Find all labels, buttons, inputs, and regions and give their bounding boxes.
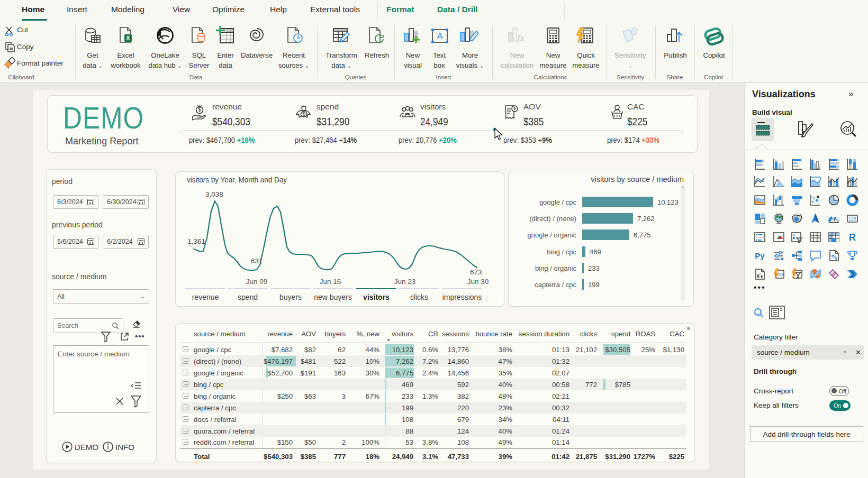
svg-text:123: 123 bbox=[848, 216, 856, 222]
svg-text:fx: fx bbox=[518, 33, 525, 43]
svg-text:Jun 23: Jun 23 bbox=[394, 278, 416, 286]
svg-text:Jun 30: Jun 30 bbox=[467, 278, 489, 286]
svg-text:spend: spend bbox=[238, 293, 258, 301]
svg-text:clicks: clicks bbox=[410, 293, 428, 301]
svg-text:Jun 16: Jun 16 bbox=[320, 278, 341, 286]
svg-text:impressions: impressions bbox=[442, 293, 482, 301]
svg-text:1,361: 1,361 bbox=[187, 237, 205, 245]
svg-text:new buyers: new buyers bbox=[314, 293, 352, 301]
svg-text:revenue: revenue bbox=[192, 293, 219, 301]
svg-text:Py: Py bbox=[755, 251, 765, 260]
svg-text:631: 631 bbox=[251, 257, 263, 265]
svg-text:A: A bbox=[437, 32, 443, 41]
svg-text:Jun 09: Jun 09 bbox=[246, 278, 268, 286]
svg-text:R: R bbox=[849, 232, 856, 243]
svg-text:X: X bbox=[126, 35, 130, 41]
svg-text:buyers: buyers bbox=[279, 293, 302, 301]
svg-text:visitors: visitors bbox=[363, 293, 390, 301]
svg-text:3,038: 3,038 bbox=[205, 190, 223, 198]
svg-text:673: 673 bbox=[470, 268, 482, 276]
